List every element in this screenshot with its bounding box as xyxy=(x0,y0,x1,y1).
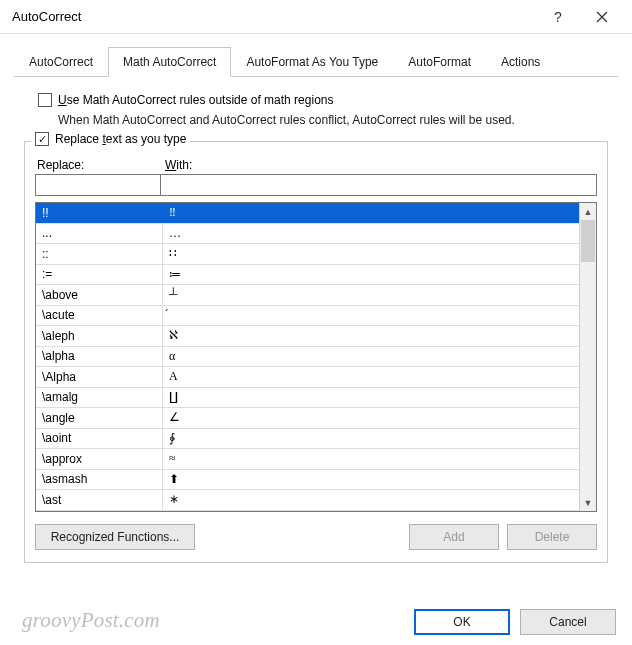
with-column-label: With: xyxy=(161,158,192,172)
close-button[interactable] xyxy=(580,2,624,32)
replace-legend[interactable]: Replace text as you type xyxy=(31,132,190,146)
cancel-button[interactable]: Cancel xyxy=(520,609,616,635)
list-item-with: ∷ xyxy=(162,244,177,264)
list-item[interactable]: \AlphaΑ xyxy=(36,367,579,388)
list-item-with: ≍ xyxy=(162,511,179,512)
list-item-with: ⬆ xyxy=(162,470,179,490)
tab-actions[interactable]: Actions xyxy=(486,47,555,77)
titlebar-controls: ? xyxy=(536,2,624,32)
list-item-replace: \alpha xyxy=(36,349,162,363)
list-item-replace: \above xyxy=(36,288,162,302)
list-item-replace: := xyxy=(36,267,162,281)
list-item-replace: \ast xyxy=(36,493,162,507)
scrollbar[interactable]: ▲ ▼ xyxy=(579,203,596,511)
tab-autoformat[interactable]: AutoFormat xyxy=(393,47,486,77)
list-item[interactable]: \acuté xyxy=(36,306,579,327)
list-item[interactable]: \aoint∳ xyxy=(36,429,579,450)
recognized-functions-button[interactable]: Recognized Functions... xyxy=(35,524,195,550)
list-item-replace: !! xyxy=(36,206,162,220)
use-outside-row[interactable]: Use Math AutoCorrect rules outside of ma… xyxy=(38,93,608,107)
ok-button[interactable]: OK xyxy=(414,609,510,635)
use-outside-checkbox[interactable] xyxy=(38,93,52,107)
replace-legend-label: Replace text as you type xyxy=(55,132,186,146)
list-item[interactable]: \asmash⬆ xyxy=(36,470,579,491)
scroll-thumb[interactable] xyxy=(581,220,595,262)
replace-fieldset: Replace text as you type Replace: With: … xyxy=(24,141,608,563)
list-item[interactable]: \ast∗ xyxy=(36,490,579,511)
entries-listbox[interactable]: !!‼...…::∷:=≔\above┴\acuté\alephℵ\alpha… xyxy=(35,202,597,512)
list-item-replace: \Alpha xyxy=(36,370,162,384)
column-labels: Replace: With: xyxy=(35,158,597,172)
list-item-with: ́ xyxy=(162,306,169,326)
list-item-with: α xyxy=(162,347,175,367)
entries-list[interactable]: !!‼...…::∷:=≔\above┴\acuté\alephℵ\alpha… xyxy=(36,203,579,511)
replace-as-you-type-checkbox[interactable] xyxy=(35,132,49,146)
tab-strip: AutoCorrect Math AutoCorrect AutoFormat … xyxy=(14,46,618,77)
list-item[interactable]: ::∷ xyxy=(36,244,579,265)
list-buttons: Recognized Functions... Add Delete xyxy=(35,524,597,550)
list-item-with: ≈ xyxy=(162,449,176,469)
list-item[interactable]: !!‼ xyxy=(36,203,579,224)
close-icon xyxy=(596,11,608,23)
replace-input[interactable] xyxy=(35,174,161,196)
list-item-with: ‼ xyxy=(162,203,176,223)
watermark: groovyPost.com xyxy=(22,608,160,633)
list-item-with: ∐ xyxy=(162,388,178,408)
list-item-replace: \amalg xyxy=(36,390,162,404)
list-item[interactable]: \asymp≍ xyxy=(36,511,579,512)
tab-math-autocorrect[interactable]: Math AutoCorrect xyxy=(108,47,231,77)
list-item-replace: :: xyxy=(36,247,162,261)
scroll-down-button[interactable]: ▼ xyxy=(580,494,596,511)
list-item-with: … xyxy=(162,224,181,244)
list-item-with: ┴ xyxy=(162,285,178,305)
list-item-replace: ... xyxy=(36,226,162,240)
use-outside-label: Use Math AutoCorrect rules outside of ma… xyxy=(58,93,333,107)
list-item[interactable]: \alephℵ xyxy=(36,326,579,347)
dialog-footer: OK Cancel xyxy=(414,609,616,635)
help-button[interactable]: ? xyxy=(536,2,580,32)
inputs-row xyxy=(35,174,597,196)
list-item[interactable]: ...… xyxy=(36,224,579,245)
with-input[interactable] xyxy=(161,174,597,196)
scroll-track[interactable] xyxy=(580,220,596,494)
list-item-with: ∠ xyxy=(162,408,180,428)
dialog-body: AutoCorrect Math AutoCorrect AutoFormat … xyxy=(0,34,632,583)
list-item[interactable]: :=≔ xyxy=(36,265,579,286)
list-item-with: Α xyxy=(162,367,178,387)
titlebar: AutoCorrect ? xyxy=(0,0,632,34)
list-item[interactable]: \alphaα xyxy=(36,347,579,368)
scroll-up-button[interactable]: ▲ xyxy=(580,203,596,220)
tab-autoformat-as-you-type[interactable]: AutoFormat As You Type xyxy=(231,47,393,77)
add-button[interactable]: Add xyxy=(409,524,499,550)
list-item-replace: \aleph xyxy=(36,329,162,343)
tab-autocorrect[interactable]: AutoCorrect xyxy=(14,47,108,77)
replace-column-label: Replace: xyxy=(35,158,161,172)
tab-content: Use Math AutoCorrect rules outside of ma… xyxy=(14,77,618,573)
list-item-with: ℵ xyxy=(162,326,178,346)
list-item-replace: \aoint xyxy=(36,431,162,445)
list-item-replace: \asmash xyxy=(36,472,162,486)
list-item-with: ≔ xyxy=(162,265,181,285)
list-item[interactable]: \amalg∐ xyxy=(36,388,579,409)
list-item[interactable]: \above┴ xyxy=(36,285,579,306)
list-item-replace: \acute xyxy=(36,308,162,322)
window-title: AutoCorrect xyxy=(12,9,536,24)
list-item-replace: \approx xyxy=(36,452,162,466)
conflict-note: When Math AutoCorrect and AutoCorrect ru… xyxy=(58,113,608,127)
list-item[interactable]: \approx≈ xyxy=(36,449,579,470)
delete-button[interactable]: Delete xyxy=(507,524,597,550)
list-item-with: ∗ xyxy=(162,490,179,510)
list-item[interactable]: \angle∠ xyxy=(36,408,579,429)
list-item-replace: \angle xyxy=(36,411,162,425)
list-item-with: ∳ xyxy=(162,429,175,449)
